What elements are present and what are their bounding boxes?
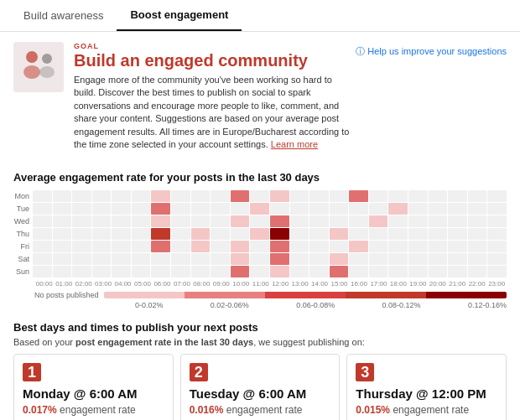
heatmap-cell <box>270 203 289 215</box>
heatmap-cell <box>33 190 52 202</box>
time-label: 05:00 <box>133 280 152 288</box>
time-label: 14:00 <box>309 280 329 288</box>
heatmap-cell <box>487 203 507 215</box>
heatmap-cell <box>53 241 72 252</box>
time-label: 08:00 <box>192 280 211 288</box>
heatmap-cell <box>349 266 368 277</box>
heatmap-cell <box>33 228 52 240</box>
heatmap-cell <box>330 190 349 202</box>
legend-range-4: 0.08-0.12% <box>382 301 421 309</box>
heatmap-row-thu: Thu <box>13 228 507 240</box>
heatmap-cell <box>151 266 170 277</box>
heatmap-cell <box>231 253 250 265</box>
heatmap-cell <box>290 266 309 277</box>
heatmap-cell <box>270 190 289 202</box>
heatmap-cell <box>349 203 368 215</box>
goal-title: Build an engaged community <box>74 50 356 70</box>
card-num-3: 3 <box>356 363 374 381</box>
heatmap-cell <box>53 215 72 227</box>
heatmap-cell <box>171 228 190 240</box>
heatmap-cell <box>250 241 269 252</box>
day-label-thu: Thu <box>13 230 32 238</box>
heatmap-cell <box>53 203 72 215</box>
heatmap-cell <box>72 203 91 215</box>
heatmap-cell <box>72 215 91 227</box>
heatmap-cell <box>349 190 368 202</box>
heatmap-cell <box>33 266 52 277</box>
heatmap-cell <box>250 190 269 202</box>
svg-point-1 <box>26 51 38 63</box>
legend-no-posts: No posts published <box>34 291 99 299</box>
heatmap-cell <box>191 266 211 277</box>
tab-build-awareness[interactable]: Build awareness <box>10 1 117 30</box>
card-num-1: 1 <box>23 363 41 381</box>
heatmap-cell <box>468 215 487 227</box>
heatmap-cell <box>369 266 388 277</box>
heatmap-cell <box>429 228 448 240</box>
heatmap-row-fri: Fri <box>13 241 507 252</box>
heatmap-cell <box>92 253 112 265</box>
heatmap-cell <box>309 228 329 240</box>
heatmap-cell <box>33 203 52 215</box>
heatmap-row-sun: Sun <box>13 266 507 277</box>
card-rate-3: 0.015% engagement rate <box>356 404 497 416</box>
time-label: 17:00 <box>369 280 388 288</box>
heatmap-cell <box>270 253 289 265</box>
heatmap-cell <box>429 266 448 277</box>
heatmap-cell <box>171 190 190 202</box>
heatmap-cell <box>171 241 190 252</box>
heatmap-cell <box>487 215 507 227</box>
learn-more-link[interactable]: Learn more <box>271 139 318 149</box>
tab-boost-engagement[interactable]: Boost engagement <box>117 0 242 31</box>
heatmap-cell <box>72 266 91 277</box>
heatmap-cell <box>92 190 112 202</box>
card-time-2: Tuesday @ 6:00 AM <box>190 386 331 401</box>
heatmap-cell <box>270 228 289 240</box>
heatmap-row-wed: Wed <box>13 215 507 227</box>
time-label: 15:00 <box>330 280 349 288</box>
heatmap-cell <box>369 228 388 240</box>
heatmap-cell <box>388 241 408 252</box>
heatmap-cell <box>231 266 250 277</box>
time-label: 23:00 <box>486 280 506 288</box>
goal-text: GOAL Build an engaged community Engage m… <box>74 42 356 151</box>
time-label: 06:00 <box>153 280 172 288</box>
heatmap-cell <box>171 203 190 215</box>
card-rate-1: 0.017% engagement rate <box>23 404 164 416</box>
heatmap-cell <box>468 241 487 252</box>
goal-image <box>13 42 64 92</box>
heatmap-cell <box>468 190 487 202</box>
heatmap-cell <box>211 241 230 252</box>
heatmap-cell <box>231 241 250 252</box>
time-label: 12:00 <box>270 280 289 288</box>
heatmap-cell <box>231 228 250 240</box>
heatmap-cell <box>33 253 52 265</box>
time-label: 11:00 <box>251 280 270 288</box>
heatmap-cell <box>408 228 428 240</box>
heatmap-cell <box>290 203 309 215</box>
heatmap-cell <box>448 266 467 277</box>
heatmap-cell <box>132 241 151 252</box>
heatmap-cell <box>487 266 507 277</box>
heatmap-cell <box>290 241 309 252</box>
heatmap-row-sat: Sat <box>13 253 507 265</box>
heatmap-cell <box>429 203 448 215</box>
best-days-subtitle: Based on your post engagement rate in th… <box>13 337 507 347</box>
svg-point-4 <box>39 66 55 78</box>
goal-description: Engage more of the community you've been… <box>74 74 356 151</box>
heatmap-cell <box>231 190 250 202</box>
suggestion-card-2: 2 Tuesday @ 6:00 AM 0.016% engagement ra… <box>180 354 341 420</box>
heatmap-cell <box>330 203 349 215</box>
heatmap-cell <box>250 215 269 227</box>
heatmap-cell <box>171 215 190 227</box>
heatmap-cell <box>270 241 289 252</box>
heatmap-cell <box>72 253 91 265</box>
heatmap-cell <box>429 215 448 227</box>
heatmap-title: Average engagement rate for your posts i… <box>13 171 507 184</box>
heatmap-cell <box>309 203 329 215</box>
heatmap-cell <box>349 253 368 265</box>
day-label-wed: Wed <box>13 217 32 226</box>
help-improve-link[interactable]: ⓘ Help us improve your suggestions <box>356 42 507 58</box>
heatmap-cell <box>270 215 289 227</box>
main-content: GOAL Build an engaged community Engage m… <box>0 32 520 420</box>
